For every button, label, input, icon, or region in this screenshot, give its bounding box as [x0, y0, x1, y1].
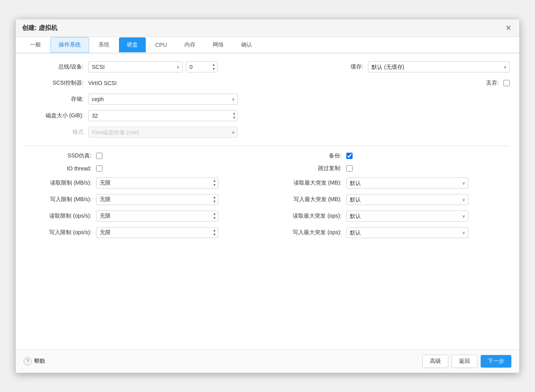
disk-size-input[interactable]	[88, 110, 238, 121]
write-burst-ops-select[interactable]: 默认	[346, 227, 468, 238]
advanced-button[interactable]: 高级	[422, 355, 448, 368]
bus-device-row: 总线/设备: SCSI ▲ ▼	[25, 61, 510, 72]
help-label: 帮助	[34, 358, 45, 365]
read-limit-ops-input[interactable]	[96, 211, 218, 222]
read-burst-mb-select[interactable]: 默认	[346, 178, 468, 189]
write-limit-ops-down[interactable]: ▼	[212, 233, 217, 237]
ssd-col: SSD仿真:	[25, 152, 260, 159]
device-spin-up[interactable]: ▲	[211, 63, 217, 67]
top-section: 总线/设备: SCSI ▲ ▼	[25, 61, 510, 138]
disk-size-row: 磁盘大小 (GiB): ▲ ▼	[25, 110, 510, 121]
disk-size-spin-down[interactable]: ▼	[231, 116, 237, 120]
skip-col: 跳过复制:	[275, 165, 510, 172]
format-row: 格式 Raw磁盘映像 (raw)	[25, 127, 510, 138]
storage-select[interactable]: ceph	[88, 94, 238, 105]
read-limit-mb-col: 读取限制 (MB/s): ▲ ▼	[25, 178, 260, 189]
read-limit-ops-down[interactable]: ▼	[212, 216, 217, 220]
read-limit-ops-label: 读取限制 (ops/s):	[25, 213, 96, 220]
read-limit-mb-label: 读取限制 (MB/s):	[25, 179, 96, 187]
back-button[interactable]: 返回	[451, 355, 477, 368]
read-limit-mb-input[interactable]	[96, 178, 218, 189]
backup-label: 备份:	[275, 152, 346, 159]
device-spin: ▲ ▼	[186, 61, 217, 72]
tab-system[interactable]: 系统	[91, 37, 117, 52]
dialog-title: 创建: 虚拟机	[22, 24, 58, 32]
close-button[interactable]: ✕	[503, 23, 513, 33]
read-burst-ops-select[interactable]: 默认	[346, 211, 468, 222]
skip-checkbox-wrap	[346, 165, 353, 172]
scsi-controller-label: SCSI控制器:	[25, 80, 88, 87]
discard-checkbox[interactable]	[503, 80, 510, 86]
write-limit-mb-label: 写入限制 (MB/s):	[25, 196, 96, 203]
bus-device-controls: SCSI ▲ ▼	[88, 61, 217, 72]
format-label: 格式	[25, 129, 88, 136]
storage-row: 存储: ceph	[25, 94, 510, 105]
write-burst-mb-col: 写入最大突发 (MB): 默认	[275, 194, 510, 205]
skip-replicate-checkbox[interactable]	[346, 165, 353, 172]
write-limit-ops-col: 写入限制 (ops/s): ▲ ▼	[25, 227, 260, 238]
tab-general[interactable]: 一般	[22, 37, 49, 52]
format-select-wrap: Raw磁盘映像 (raw)	[88, 127, 238, 138]
backup-col: 备份:	[275, 152, 510, 159]
disk-size-spin: ▲ ▼	[88, 110, 238, 121]
write-burst-ops-select-wrap: 默认	[346, 227, 468, 238]
tab-cpu[interactable]: CPU	[147, 38, 175, 52]
read-limit-mb-down[interactable]: ▼	[212, 183, 217, 187]
disk-size-label: 磁盘大小 (GiB):	[25, 112, 88, 119]
footer-right: 高级 返回 下一步	[422, 355, 511, 368]
backup-checkbox[interactable]	[346, 153, 353, 159]
read-limit-mb-row: 读取限制 (MB/s): ▲ ▼ 读取最大突发 (MB): 默认	[25, 178, 510, 194]
write-limit-mb-up[interactable]: ▲	[212, 195, 217, 200]
tab-harddisk[interactable]: 硬盘	[119, 37, 146, 52]
footer-left: ? 帮助	[24, 357, 45, 365]
discard-label: 丢弃:	[472, 80, 503, 87]
write-burst-mb-label: 写入最大突发 (MB):	[275, 196, 346, 203]
write-limit-ops-arrows: ▲ ▼	[212, 227, 217, 238]
read-limit-ops-col: 读取限制 (ops/s): ▲ ▼	[25, 211, 260, 222]
discard-checkbox-wrap	[503, 80, 510, 86]
help-icon[interactable]: ?	[24, 357, 32, 365]
cache-select[interactable]: 默认 (无缓存)	[368, 61, 510, 72]
read-limit-ops-up[interactable]: ▲	[212, 212, 217, 216]
io-thread-checkbox[interactable]	[96, 165, 102, 172]
read-burst-ops-col: 读取最大突发 (ops): 默认	[275, 211, 510, 222]
storage-select-wrap: ceph	[88, 94, 238, 105]
read-burst-mb-col: 读取最大突发 (MB): 默认	[275, 178, 510, 189]
write-limit-mb-input[interactable]	[96, 194, 218, 205]
write-limit-mb-col: 写入限制 (MB/s): ▲ ▼	[25, 194, 260, 205]
write-burst-mb-select[interactable]: 默认	[346, 194, 468, 205]
dialog-header: 创建: 虚拟机 ✕	[16, 19, 519, 37]
write-limit-mb-down[interactable]: ▼	[212, 200, 217, 204]
tab-os[interactable]: 操作系统	[50, 37, 89, 53]
io-col: IO thread:	[25, 165, 260, 172]
write-limit-mb-spin: ▲ ▼	[96, 194, 218, 205]
backup-checkbox-wrap	[346, 153, 353, 159]
read-limit-mb-spin: ▲ ▼	[96, 178, 218, 189]
disk-size-spin-up[interactable]: ▲	[231, 111, 237, 116]
tab-confirm[interactable]: 确认	[233, 37, 260, 52]
ssd-checkbox-wrap	[96, 153, 102, 159]
read-limit-mb-up[interactable]: ▲	[212, 179, 217, 183]
form-body: 总线/设备: SCSI ▲ ▼	[16, 54, 519, 349]
write-limit-ops-up[interactable]: ▲	[212, 228, 217, 233]
bottom-section: SSD仿真: 备份: IO thread:	[25, 152, 510, 244]
dialog-footer: ? 帮助 高级 返回 下一步	[16, 349, 519, 373]
write-limit-mb-arrows: ▲ ▼	[212, 194, 217, 205]
next-button[interactable]: 下一步	[481, 355, 511, 368]
read-limit-ops-arrows: ▲ ▼	[212, 211, 217, 222]
format-select[interactable]: Raw磁盘映像 (raw)	[88, 127, 238, 138]
io-skip-row: IO thread: 跳过复制:	[25, 165, 510, 178]
read-burst-mb-label: 读取最大突发 (MB):	[275, 179, 346, 187]
write-limit-ops-input[interactable]	[96, 227, 218, 238]
write-limit-mb-row: 写入限制 (MB/s): ▲ ▼ 写入最大突发 (MB): 默认	[25, 194, 510, 211]
tab-network[interactable]: 网络	[205, 37, 232, 52]
bus-select-wrap: SCSI	[88, 61, 183, 72]
bus-select[interactable]: SCSI	[88, 61, 183, 72]
ssd-checkbox[interactable]	[96, 153, 102, 159]
io-thread-label: IO thread:	[25, 165, 96, 172]
tab-bar: 一般 操作系统 系统 硬盘 CPU 内存 网络 确认	[16, 37, 519, 54]
read-burst-mb-select-wrap: 默认	[346, 178, 468, 189]
tab-memory[interactable]: 内存	[176, 37, 203, 52]
read-limit-ops-row: 读取限制 (ops/s): ▲ ▼ 读取最大突发 (ops): 默认	[25, 211, 510, 227]
device-spin-down[interactable]: ▼	[211, 67, 217, 71]
